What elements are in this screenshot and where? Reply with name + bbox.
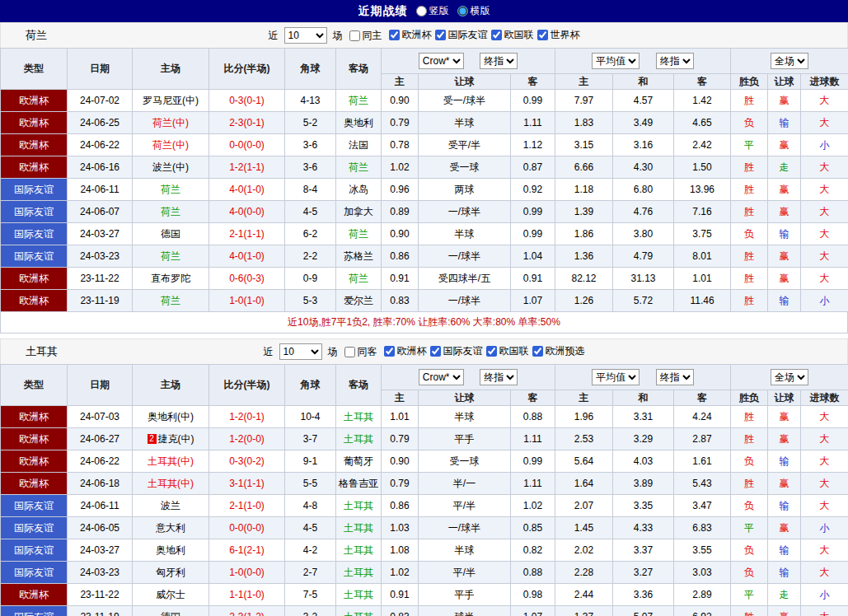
avg-odds-home: 2.53 (555, 428, 613, 450)
away-team[interactable]: 荷兰 (336, 268, 382, 290)
layout-option-horizontal[interactable]: 横版 (457, 4, 490, 18)
away-team[interactable]: 荷兰 (336, 156, 382, 179)
away-team[interactable]: 土耳其 (336, 606, 382, 616)
corner-score: 0-9 (285, 268, 336, 290)
away-team[interactable]: 荷兰 (336, 90, 382, 112)
match-score: 2-1(1-0) (209, 495, 285, 517)
league-filter[interactable]: 欧洲杯 (381, 344, 427, 358)
home-team[interactable]: 奥地利(中) (133, 406, 209, 428)
vertical-layout-radio[interactable] (416, 6, 427, 16)
league-filter[interactable]: 世界杯 (534, 28, 580, 42)
match-date: 23-11-19 (68, 290, 133, 312)
home-team[interactable]: 土耳其(中) (133, 450, 209, 473)
away-team[interactable]: 土耳其 (336, 562, 382, 584)
result-handicap: 输 (768, 223, 801, 245)
home-team[interactable]: 荷兰(中) (133, 134, 209, 156)
league-checkbox[interactable] (532, 346, 543, 357)
result-wdl: 胜 (731, 406, 768, 428)
league-badge: 欧洲杯 (1, 584, 68, 606)
home-team[interactable]: 波兰 (133, 495, 209, 517)
home-team[interactable]: 威尔士 (133, 584, 209, 606)
home-team[interactable]: 荷兰 (133, 201, 209, 223)
home-team[interactable]: 波兰(中) (133, 156, 209, 179)
away-team[interactable]: 加拿大 (336, 201, 382, 223)
league-filter[interactable]: 欧国联 (483, 344, 529, 358)
recent-results-table: 类型 日期 主场 比分(半场) 角球 客场 Crow* 终指 平均值 终指 全场 (0, 48, 848, 312)
home-team[interactable]: 匈牙利 (133, 562, 209, 584)
bookmaker-select[interactable]: Crow* (419, 369, 464, 385)
home-team[interactable]: 奥地利 (133, 539, 209, 562)
match-count-select[interactable]: 10 (279, 343, 322, 360)
league-filter[interactable]: 欧洲杯 (386, 28, 432, 42)
away-team[interactable]: 爱尔兰 (336, 290, 382, 312)
scope-select[interactable]: 全场 (771, 53, 808, 69)
home-team[interactable]: 荷兰(中) (133, 112, 209, 134)
final-odds-select-2[interactable]: 终指 (656, 53, 694, 69)
final-odds-select[interactable]: 终指 (480, 369, 518, 385)
corner-score: 4-8 (285, 495, 336, 517)
league-checkbox[interactable] (430, 346, 441, 357)
result-handicap: 输 (768, 539, 801, 562)
same-venue-checkbox[interactable] (349, 30, 360, 41)
col-score: 比分(半场) (209, 365, 285, 406)
away-team[interactable]: 土耳其 (336, 584, 382, 606)
horizontal-layout-radio[interactable] (457, 6, 468, 16)
same-venue-filter[interactable]: 同主 (346, 29, 382, 43)
league-filter[interactable]: 国际友谊 (427, 344, 483, 358)
home-team[interactable]: 德国 (133, 223, 209, 245)
average-select[interactable]: 平均值 (592, 53, 640, 69)
home-team[interactable]: 直布罗陀 (133, 268, 209, 290)
league-checkbox[interactable] (435, 30, 446, 40)
match-count-select[interactable]: 10 (284, 27, 327, 44)
league-checkbox[interactable] (491, 30, 502, 40)
avg-odds-away: 3.75 (674, 223, 731, 245)
away-team[interactable]: 土耳其 (336, 539, 382, 562)
away-team[interactable]: 葡萄牙 (336, 450, 382, 473)
league-badge: 欧洲杯 (1, 112, 68, 134)
away-team[interactable]: 土耳其 (336, 495, 382, 517)
away-team[interactable]: 奥地利 (336, 112, 382, 134)
league-badge: 国际友谊 (1, 562, 68, 584)
league-filter[interactable]: 欧国联 (488, 28, 534, 42)
avg-odds-draw: 3.37 (613, 539, 674, 562)
away-team[interactable]: 土耳其 (336, 517, 382, 539)
same-venue-filter[interactable]: 同客 (341, 345, 377, 359)
league-filter[interactable]: 欧洲预选 (529, 344, 585, 358)
result-wdl: 胜 (731, 201, 768, 223)
away-team[interactable]: 苏格兰 (336, 245, 382, 268)
same-venue-checkbox[interactable] (344, 347, 355, 357)
result-wdl: 负 (731, 223, 768, 245)
league-checkbox[interactable] (384, 346, 395, 357)
away-team[interactable]: 法国 (336, 134, 382, 156)
col-corner: 角球 (285, 365, 336, 406)
home-team[interactable]: 意大利 (133, 517, 209, 539)
home-team[interactable]: 荷兰 (133, 245, 209, 268)
away-team[interactable]: 土耳其 (336, 428, 382, 450)
scope-select[interactable]: 全场 (771, 369, 808, 385)
league-checkbox[interactable] (486, 346, 497, 357)
vertical-layout-label: 竖版 (429, 4, 449, 18)
home-team[interactable]: 罗马尼亚(中) (133, 90, 209, 112)
avg-odds-draw: 5.72 (613, 290, 674, 312)
final-odds-select-2[interactable]: 终指 (656, 369, 694, 385)
final-odds-select[interactable]: 终指 (480, 53, 518, 69)
bookmaker-select[interactable]: Crow* (419, 53, 464, 69)
home-team[interactable]: 荷兰 (133, 179, 209, 201)
league-checkbox[interactable] (537, 30, 548, 40)
away-team[interactable]: 格鲁吉亚 (336, 473, 382, 495)
away-team[interactable]: 荷兰 (336, 223, 382, 245)
home-team[interactable]: 荷兰 (133, 290, 209, 312)
away-team[interactable]: 土耳其 (336, 406, 382, 428)
odds-away: 1.12 (511, 134, 555, 156)
result-goals: 小 (801, 290, 848, 312)
home-team[interactable]: 2捷克(中) (133, 428, 209, 450)
home-team[interactable]: 土耳其(中) (133, 473, 209, 495)
layout-option-vertical[interactable]: 竖版 (416, 4, 449, 18)
away-team[interactable]: 冰岛 (336, 179, 382, 201)
league-filter[interactable]: 国际友谊 (432, 28, 488, 42)
average-select[interactable]: 平均值 (592, 369, 640, 385)
home-team[interactable]: 德国 (133, 606, 209, 616)
odds-away: 1.07 (511, 290, 555, 312)
odds-home: 0.79 (382, 473, 419, 495)
league-checkbox[interactable] (389, 30, 400, 40)
